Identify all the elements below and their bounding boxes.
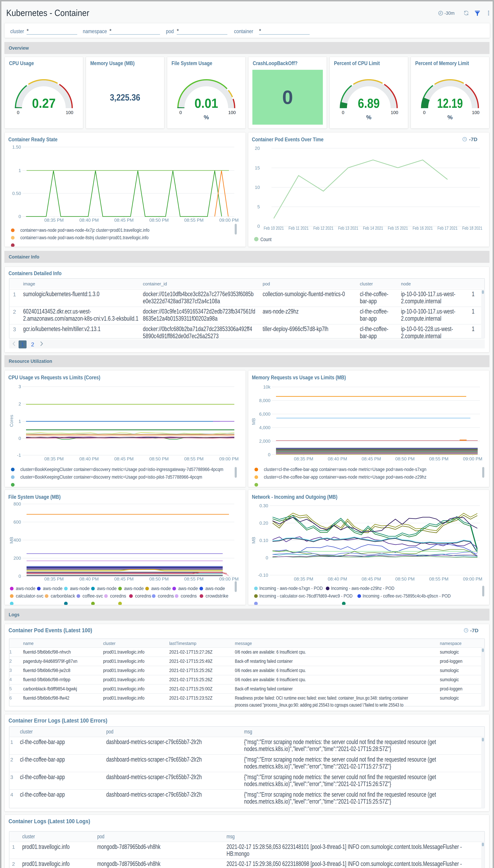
svg-text:MB: MB (251, 418, 256, 425)
svg-text:Feb 18 2021: Feb 18 2021 (462, 226, 482, 231)
svg-text:%: % (366, 114, 371, 120)
svg-text:09:00 PM: 09:00 PM (219, 218, 239, 223)
svg-text:0: 0 (19, 214, 21, 219)
svg-text:20: 20 (255, 146, 260, 151)
svg-text:0.01: 0.01 (194, 96, 218, 111)
svg-text:-0.10: -0.10 (258, 572, 268, 578)
svg-text:0.30: 0.30 (259, 503, 268, 508)
svg-text:2: 2 (19, 401, 21, 407)
svg-text:Feb 17 2021: Feb 17 2021 (437, 226, 458, 231)
svg-text:0: 0 (268, 452, 270, 457)
svg-text:0.20: 0.20 (259, 521, 268, 526)
svg-text:6.89: 6.89 (358, 96, 380, 111)
svg-text:08:55 PM: 08:55 PM (429, 577, 448, 582)
svg-text:08:50 PM: 08:50 PM (395, 577, 415, 582)
svg-text:08:45 PM: 08:45 PM (114, 456, 133, 461)
svg-text:08:50 PM: 08:50 PM (395, 456, 415, 461)
svg-text:800: 800 (14, 502, 21, 507)
svg-text:08:35 PM: 08:35 PM (294, 577, 313, 582)
svg-text:Cores: Cores (9, 415, 14, 427)
svg-text:100: 100 (228, 110, 236, 115)
svg-text:08:40 PM: 08:40 PM (328, 577, 347, 582)
svg-text:6,000: 6,000 (259, 411, 270, 417)
svg-text:Feb 12 2021: Feb 12 2021 (313, 226, 334, 231)
svg-text:MB: MB (251, 537, 256, 544)
svg-text:08:45 PM: 08:45 PM (114, 577, 133, 582)
svg-text:1: 1 (19, 168, 21, 173)
svg-text:0: 0 (19, 573, 21, 579)
svg-text:4,000: 4,000 (259, 425, 270, 430)
svg-text:08:40 PM: 08:40 PM (79, 577, 99, 582)
svg-text:100: 100 (391, 110, 398, 115)
svg-text:08:40 PM: 08:40 PM (79, 456, 99, 461)
svg-text:0: 0 (423, 110, 425, 115)
svg-text:0.10: 0.10 (259, 538, 268, 543)
svg-text:08:40 PM: 08:40 PM (328, 456, 347, 461)
svg-text:1: 1 (19, 419, 21, 424)
svg-text:%: % (204, 114, 209, 120)
svg-text:5: 5 (258, 204, 260, 209)
svg-text:0.50: 0.50 (12, 191, 21, 196)
svg-text:10: 10 (255, 185, 260, 190)
svg-text:08:45 PM: 08:45 PM (114, 218, 133, 223)
svg-text:08:50 PM: 08:50 PM (149, 456, 169, 461)
svg-text:400: 400 (14, 537, 21, 543)
svg-text:10k: 10k (263, 384, 271, 390)
svg-text:0: 0 (258, 224, 260, 229)
svg-text:-1: -1 (17, 453, 21, 458)
svg-text:08:50 PM: 08:50 PM (149, 218, 169, 223)
svg-text:Feb 13 2021: Feb 13 2021 (338, 226, 358, 231)
svg-text:Feb 16 2021: Feb 16 2021 (413, 226, 433, 231)
svg-text:08:55 PM: 08:55 PM (184, 218, 204, 223)
svg-text:100: 100 (66, 110, 73, 115)
svg-text:15: 15 (255, 165, 260, 170)
svg-text:12.19: 12.19 (437, 96, 463, 111)
svg-text:0: 0 (19, 436, 21, 441)
svg-text:100: 100 (472, 110, 479, 115)
svg-text:0: 0 (17, 110, 19, 115)
svg-text:MB: MB (9, 537, 14, 544)
svg-text:200: 200 (14, 555, 21, 561)
svg-text:09:00 PM: 09:00 PM (219, 456, 239, 461)
svg-text:08:35 PM: 08:35 PM (44, 577, 63, 582)
svg-text:08:35 PM: 08:35 PM (294, 456, 313, 461)
svg-text:0: 0 (266, 555, 268, 560)
svg-text:08:55 PM: 08:55 PM (184, 456, 204, 461)
svg-text:08:50 PM: 08:50 PM (149, 577, 169, 582)
svg-text:08:45 PM: 08:45 PM (362, 577, 381, 582)
svg-text:09:00 PM: 09:00 PM (463, 577, 482, 582)
svg-text:Feb 11 2021: Feb 11 2021 (288, 226, 309, 231)
svg-text:08:40 PM: 08:40 PM (79, 218, 99, 223)
svg-text:08:35 PM: 08:35 PM (44, 218, 63, 223)
svg-text:09:00 PM: 09:00 PM (463, 456, 482, 461)
svg-text:8,000: 8,000 (259, 398, 270, 403)
svg-text:0.27: 0.27 (32, 96, 56, 111)
svg-text:08:35 PM: 08:35 PM (44, 456, 63, 461)
svg-text:0: 0 (342, 110, 344, 115)
svg-text:3: 3 (19, 384, 21, 389)
svg-text:0: 0 (179, 110, 182, 115)
svg-text:600: 600 (14, 520, 21, 525)
svg-text:2,000: 2,000 (259, 438, 270, 444)
svg-text:Feb 10 2021: Feb 10 2021 (264, 226, 284, 231)
svg-text:08:45 PM: 08:45 PM (362, 456, 381, 461)
svg-text:Feb 14 2021: Feb 14 2021 (363, 226, 383, 231)
svg-text:1.50: 1.50 (12, 145, 21, 150)
svg-text:Feb 15 2021: Feb 15 2021 (388, 226, 408, 231)
svg-text:08:55 PM: 08:55 PM (429, 456, 448, 461)
svg-text:08:55 PM: 08:55 PM (184, 577, 204, 582)
svg-text:09:00 PM: 09:00 PM (219, 577, 239, 582)
svg-text:%: % (447, 114, 453, 120)
